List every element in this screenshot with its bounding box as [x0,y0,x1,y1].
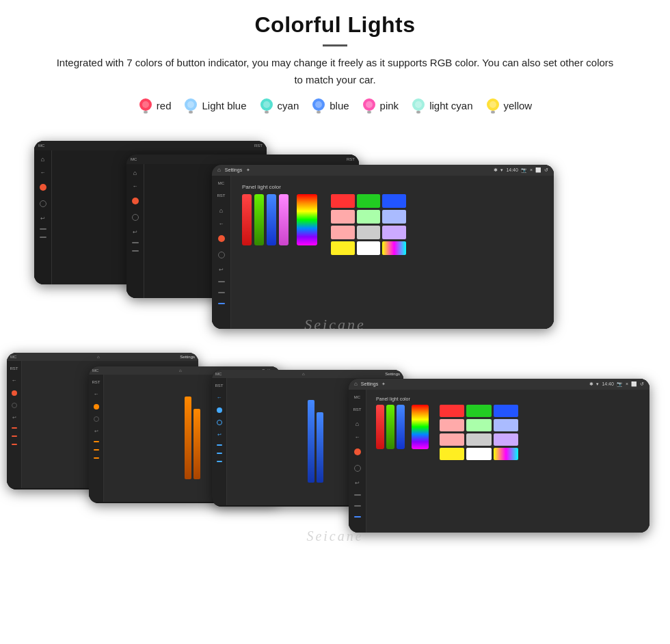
color-item-blue: blue [311,97,349,115]
sidebar-top-3: MC RST ⌂ ← ↩ [212,176,231,329]
bulb-icon-yellow [485,97,500,115]
svg-rect-16 [416,111,420,113]
svg-rect-13 [367,111,371,113]
svg-point-11 [315,101,322,108]
settings-label-bot: Settings [361,381,378,386]
top-row: MC RST ⌂ ← ↩ [0,127,670,339]
bulb-icon-lightblue [183,97,198,115]
car-unit-top-3: ⌂ Settings ✦ ✱ ▾ 14:40 📷 × ⬜ ↺ [212,165,554,329]
svg-rect-1 [144,111,148,113]
statusbar-bot-3: MC⌂Settings [212,370,403,378]
color-item-lightcyan: light cyan [411,97,472,115]
svg-point-2 [142,101,149,108]
color-item-red: red [138,97,172,115]
sidebar-top-2: ⌂ ← ↩ [126,164,144,298]
svg-point-8 [263,101,270,108]
svg-rect-7 [265,111,269,113]
color-label-red: red [157,100,172,111]
settings-label-top: Settings [225,167,242,172]
divider [323,44,347,46]
color-label-lightcyan: light cyan [429,100,472,111]
screen-body-top-3: MC RST ⌂ ← ↩ Panel light colo [212,176,554,329]
color-item-cyan: cyan [259,97,299,115]
sidebar-bot-3: RST ← ↩ [212,378,227,505]
page: Colorful Lights Integrated with 7 colors… [0,0,670,644]
color-label-pink: pink [380,100,399,111]
panel-light-label: Panel light color [242,184,546,190]
car-unit-bot-4: ⌂ Settings ✦ ✱▾ 14:40 📷×⬜↺ MC [349,379,649,533]
statusbar-bot-4: ⌂ Settings ✦ ✱▾ 14:40 📷×⬜↺ [349,379,649,390]
bottom-row: MC⌂Settings RST ← ↩ [0,332,670,551]
page-title: Colorful Lights [254,12,415,38]
color-label-yellow: yellow [504,100,533,111]
bulb-icon-lightcyan [411,97,426,115]
svg-point-5 [187,101,194,108]
statusbar-bot-1: MC⌂Settings [7,353,198,361]
bulb-icon-red [138,97,153,115]
screen-bot-4: ⌂ Settings ✦ ✱▾ 14:40 📷×⬜↺ MC [349,379,649,533]
sidebar-bot-4: MC RST ⌂ ← ↩ [349,390,366,533]
description: Integrated with 7 colors of button indic… [55,55,615,89]
statusbar-top-2: MC RST [126,155,359,164]
sidebar-bot-1: RST ← ↩ [7,361,22,488]
svg-point-14 [366,101,373,108]
sidebar-top-1: ⌂ ← ↩ [34,150,52,284]
color-item-pink: pink [362,97,399,115]
units-container: MC RST ⌂ ← ↩ [0,127,670,645]
svg-rect-19 [491,111,495,113]
color-item-lightblue: Light blue [183,97,246,115]
bulb-icon-blue [311,97,326,115]
main-top-3: Panel light color [231,176,554,329]
sidebar-bot-2: RST ← ↩ [89,375,104,502]
color-label-blue: blue [330,100,349,111]
screen-top-3: ⌂ Settings ✦ ✱ ▾ 14:40 📷 × ⬜ ↺ [212,165,554,329]
color-item-yellow: yellow [485,97,533,115]
bulb-icon-cyan [259,97,274,115]
colors-row: red Light blue cyan [138,97,532,115]
bulb-icon-pink [362,97,377,115]
panel-light-label-bot: Panel light color [376,397,643,401]
svg-rect-10 [317,111,321,113]
statusbar-top-3: ⌂ Settings ✦ ✱ ▾ 14:40 📷 × ⬜ ↺ [212,165,554,176]
svg-point-20 [490,101,496,108]
main-bot-4: Panel light color [366,390,649,533]
svg-rect-4 [189,111,193,113]
svg-point-17 [415,101,422,108]
statusbar-top-1: MC RST [34,141,267,150]
screen-body-bot-4: MC RST ⌂ ← ↩ Panel light colo [349,390,649,533]
color-label-lightblue: Light blue [202,100,246,111]
color-label-cyan: cyan [278,100,299,111]
